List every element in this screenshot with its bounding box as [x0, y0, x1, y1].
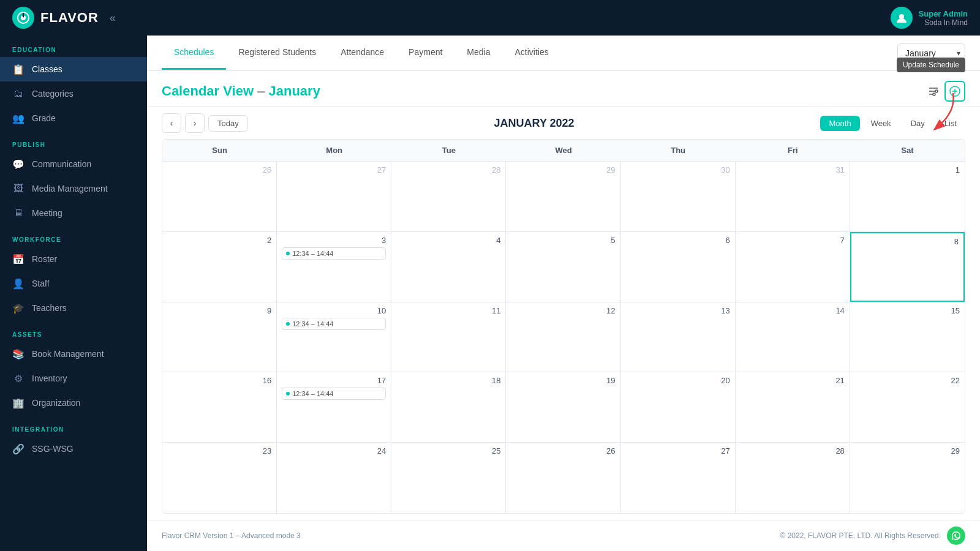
- categories-icon: 🗂: [12, 88, 24, 100]
- tab-attendance[interactable]: Attendance: [328, 36, 396, 70]
- next-month-button[interactable]: ›: [185, 113, 205, 133]
- cal-event-3[interactable]: 12:34 – 14:44: [282, 247, 386, 260]
- cal-cell-12[interactable]: 12: [506, 302, 620, 372]
- today-button[interactable]: Today: [208, 115, 248, 132]
- cal-cell-19[interactable]: 19: [506, 372, 620, 442]
- cal-cell-26-dec[interactable]: 26: [162, 162, 277, 231]
- main-content: Schedules Registered Students Attendance…: [147, 36, 980, 551]
- day-name-sat: Sat: [850, 140, 965, 161]
- event-dot: [286, 322, 290, 326]
- sidebar-item-ssg-wsg[interactable]: 🔗SSG-WSG: [0, 437, 147, 461]
- svg-point-6: [935, 90, 938, 92]
- cal-cell-28-dec[interactable]: 28: [391, 162, 506, 231]
- cal-cell-28[interactable]: 28: [736, 443, 850, 513]
- cal-cell-16[interactable]: 16: [162, 372, 277, 442]
- cal-cell-11[interactable]: 11: [391, 302, 506, 372]
- filter-button[interactable]: [927, 85, 940, 97]
- sidebar-item-communication[interactable]: 💬Communication: [0, 152, 147, 176]
- cal-cell-22[interactable]: 22: [850, 372, 965, 442]
- sidebar-item-teachers[interactable]: 🎓Teachers: [0, 296, 147, 320]
- cal-cell-3[interactable]: 3 12:34 – 14:44: [277, 232, 391, 302]
- roster-icon: 📅: [12, 253, 24, 265]
- sidebar-item-organization[interactable]: 🏢Organization: [0, 391, 147, 415]
- cal-cell-27-dec[interactable]: 27: [277, 162, 391, 231]
- cal-cell-21[interactable]: 21: [736, 372, 850, 442]
- inventory-icon: ⚙: [12, 372, 24, 384]
- prev-month-button[interactable]: ‹: [162, 113, 181, 133]
- cal-cell-15[interactable]: 15: [850, 302, 965, 372]
- cal-cell-14[interactable]: 14: [736, 302, 850, 372]
- calendar-days-header: Sun Mon Tue Wed Thu Fri Sat: [162, 140, 965, 162]
- sidebar-item-grade[interactable]: 👥Grade: [0, 106, 147, 130]
- cal-cell-29[interactable]: 29: [850, 443, 965, 513]
- cal-cell-10[interactable]: 10 12:34 – 14:44: [277, 302, 391, 372]
- view-tab-day[interactable]: Day: [902, 116, 933, 131]
- view-tab-week[interactable]: Week: [862, 116, 900, 131]
- user-avatar: [891, 7, 913, 29]
- calendar-grid-wrapper: Sun Mon Tue Wed Thu Fri Sat 26 27 28 29: [147, 139, 980, 520]
- tab-list: Schedules Registered Students Attendance…: [162, 36, 561, 70]
- svg-point-2: [899, 14, 904, 19]
- cal-cell-6[interactable]: 6: [621, 232, 736, 302]
- cal-cell-5[interactable]: 5: [506, 232, 620, 302]
- meeting-icon: 🖥: [12, 207, 24, 219]
- cal-cell-17[interactable]: 17 12:34 – 14:44: [277, 372, 391, 442]
- cal-cell-31-dec[interactable]: 31: [736, 162, 850, 231]
- sidebar-item-categories[interactable]: 🗂Categories: [0, 81, 147, 106]
- update-schedule-tooltip: Update Schedule: [897, 58, 965, 72]
- cal-cell-24[interactable]: 24: [277, 443, 391, 513]
- sidebar-item-media-management[interactable]: 🖼Media Management: [0, 176, 147, 201]
- sidebar-item-meeting[interactable]: 🖥Meeting: [0, 201, 147, 225]
- app-logo-icon: [12, 7, 34, 29]
- day-name-thu: Thu: [621, 140, 736, 161]
- footer-copyright: © 2022, FLAVOR PTE. LTD. All Rights Rese…: [780, 531, 941, 540]
- cal-cell-2[interactable]: 2: [162, 232, 277, 302]
- cal-cell-23[interactable]: 23: [162, 443, 277, 513]
- cal-event-17[interactable]: 12:34 – 14:44: [282, 388, 386, 400]
- sidebar-item-classes[interactable]: 📋Classes: [0, 57, 147, 81]
- whatsapp-button[interactable]: [947, 527, 965, 545]
- tab-activities[interactable]: Activities: [502, 36, 560, 70]
- cal-cell-4[interactable]: 4: [391, 232, 506, 302]
- cal-cell-8-today[interactable]: 8: [850, 232, 965, 302]
- add-schedule-button[interactable]: [944, 81, 965, 102]
- cal-cell-1-jan[interactable]: 1: [850, 162, 965, 231]
- calendar-view-tabs: Month Week Day List: [820, 116, 965, 131]
- cal-cell-20[interactable]: 20: [621, 372, 736, 442]
- day-name-tue: Tue: [391, 140, 506, 161]
- cal-event-10[interactable]: 12:34 – 14:44: [282, 318, 386, 330]
- cal-cell-29-dec[interactable]: 29: [506, 162, 620, 231]
- cal-cell-25[interactable]: 25: [391, 443, 506, 513]
- cal-cell-7[interactable]: 7: [736, 232, 850, 302]
- sidebar-item-roster[interactable]: 📅Roster: [0, 247, 147, 271]
- cal-cell-13[interactable]: 13: [621, 302, 736, 372]
- sidebar-item-inventory[interactable]: ⚙Inventory: [0, 366, 147, 391]
- tab-schedules[interactable]: Schedules: [162, 36, 226, 70]
- user-details: Super Admin Soda In Mind: [919, 9, 968, 27]
- footer: Flavor CRM Version 1 – Advanced mode 3 ©…: [147, 520, 980, 551]
- user-name: Super Admin: [919, 9, 968, 18]
- cal-cell-27[interactable]: 27: [621, 443, 736, 513]
- event-time-3: 12:34 – 14:44: [292, 250, 333, 257]
- svg-point-7: [933, 93, 935, 96]
- cal-cell-30-dec[interactable]: 30: [621, 162, 736, 231]
- sidebar-item-book-management[interactable]: 📚Book Management: [0, 342, 147, 366]
- sidebar-label-book-management: Book Management: [32, 349, 104, 359]
- event-time-10: 12:34 – 14:44: [292, 320, 333, 328]
- view-tab-month[interactable]: Month: [820, 116, 859, 131]
- cal-cell-18[interactable]: 18: [391, 372, 506, 442]
- teachers-icon: 🎓: [12, 302, 24, 314]
- sidebar-item-staff[interactable]: 👤Staff: [0, 271, 147, 296]
- footer-right: © 2022, FLAVOR PTE. LTD. All Rights Rese…: [780, 527, 966, 545]
- tab-payment[interactable]: Payment: [396, 36, 454, 70]
- view-tab-list[interactable]: List: [936, 116, 965, 131]
- sidebar-label-classes: Classes: [32, 64, 62, 74]
- tab-media[interactable]: Media: [454, 36, 502, 70]
- event-dot: [286, 392, 290, 395]
- cal-cell-9[interactable]: 9: [162, 302, 277, 372]
- cal-cell-26[interactable]: 26: [506, 443, 620, 513]
- media-management-icon: 🖼: [12, 182, 24, 195]
- footer-version: Flavor CRM Version 1 – Advanced mode 3: [162, 531, 301, 540]
- collapse-sidebar-button[interactable]: «: [110, 12, 116, 24]
- tab-registered-students[interactable]: Registered Students: [226, 36, 328, 70]
